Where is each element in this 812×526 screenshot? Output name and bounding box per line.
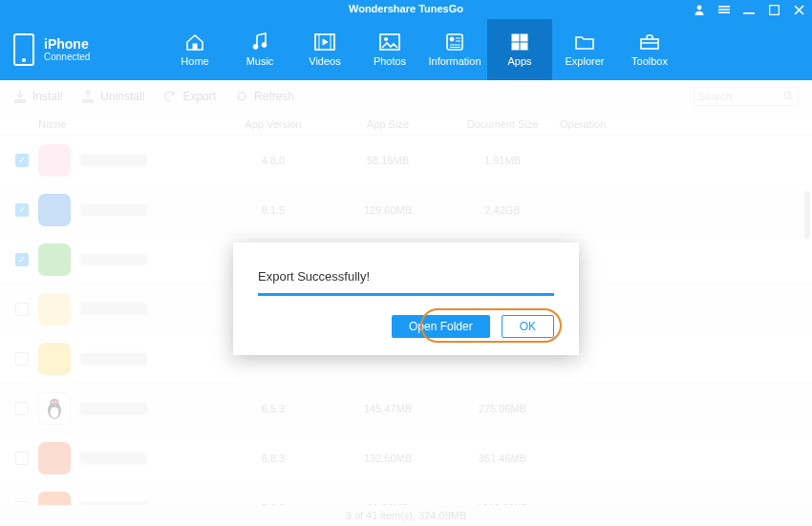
app-icon <box>38 343 71 375</box>
cell-size: 145.47MB <box>331 403 445 414</box>
row-checkbox[interactable]: ✓ <box>15 203 29 217</box>
title-bar: Wondershare TunesGo <box>0 0 812 19</box>
table-header: Name App Version App Size Document Size … <box>0 113 812 136</box>
tab-home[interactable]: Home <box>162 19 227 80</box>
svg-point-23 <box>51 407 59 418</box>
table-row[interactable]: 6.5.3 145.47MB 275.06MB <box>0 384 812 433</box>
svg-point-26 <box>55 401 57 403</box>
nav-bar: iPhone Connected HomeMusicVideosPhotosIn… <box>0 19 812 80</box>
app-name <box>80 353 147 365</box>
svg-point-15 <box>450 37 454 41</box>
device-panel[interactable]: iPhone Connected <box>0 19 143 80</box>
col-docsize: Document Size <box>445 118 560 130</box>
uninstall-button[interactable]: Uninstall <box>81 90 144 103</box>
row-checkbox[interactable]: ✓ <box>15 253 29 266</box>
table-row[interactable]: ✓ 4.8.0 58.16MB 1.91MB <box>0 136 812 185</box>
cell-version: 6.8.3 <box>216 452 331 464</box>
phone-icon <box>13 33 34 66</box>
home-icon <box>183 32 206 52</box>
col-name: Name <box>34 118 216 130</box>
tab-music[interactable]: Music <box>227 19 292 80</box>
svg-rect-3 <box>718 11 730 13</box>
app-title: Wondershare TunesGo <box>0 3 812 14</box>
tab-information[interactable]: Information <box>422 19 487 80</box>
svg-point-25 <box>52 401 53 403</box>
progress-bar <box>258 293 554 296</box>
svg-rect-18 <box>512 43 519 50</box>
col-version: App Version <box>216 118 331 130</box>
svg-rect-4 <box>743 12 755 14</box>
toolbox-icon <box>638 32 661 52</box>
videos-icon <box>313 32 336 52</box>
app-icon <box>38 144 71 177</box>
svg-rect-17 <box>521 34 527 41</box>
photos-icon <box>378 32 401 52</box>
app-name <box>80 452 147 464</box>
tab-photos[interactable]: Photos <box>357 19 422 80</box>
dialog-message: Export Successfully! <box>258 269 554 284</box>
app-name <box>80 254 147 265</box>
svg-rect-5 <box>769 5 779 14</box>
close-icon[interactable] <box>793 4 804 15</box>
svg-rect-19 <box>521 43 527 50</box>
menu-icon[interactable] <box>718 4 730 15</box>
status-bar: 3 of 41 item(s), 324.09MB <box>0 505 812 526</box>
app-icon <box>38 392 71 425</box>
explorer-icon <box>573 32 596 52</box>
export-button[interactable]: Export <box>163 90 216 103</box>
cell-size: 58.16MB <box>331 155 445 166</box>
app-name <box>80 155 147 166</box>
cell-docsize: 1.91MB <box>445 155 560 166</box>
app-icon <box>38 293 71 326</box>
row-checkbox[interactable] <box>15 352 29 366</box>
install-button[interactable]: Install <box>13 90 62 103</box>
tab-explorer[interactable]: Explorer <box>552 19 617 80</box>
maximize-icon[interactable] <box>768 4 780 15</box>
open-folder-button[interactable]: Open Folder <box>392 315 490 338</box>
apps-icon <box>508 32 531 52</box>
cell-version: 6.5.3 <box>216 403 331 414</box>
row-checkbox[interactable] <box>15 452 29 465</box>
tab-apps[interactable]: Apps <box>487 19 552 80</box>
app-icon <box>38 243 71 276</box>
svg-point-21 <box>784 92 791 98</box>
tab-toolbox[interactable]: Toolbox <box>617 19 682 80</box>
app-name <box>80 403 147 414</box>
col-size: App Size <box>331 118 445 130</box>
refresh-button[interactable]: Refresh <box>235 90 294 103</box>
cell-size: 132.50MB <box>331 452 445 464</box>
svg-rect-2 <box>718 9 730 11</box>
tab-videos[interactable]: Videos <box>292 19 357 80</box>
cell-version: 8.1.5 <box>216 204 331 216</box>
row-checkbox[interactable] <box>15 402 29 415</box>
svg-point-0 <box>697 6 702 11</box>
svg-rect-6 <box>193 44 197 50</box>
cell-version: 4.8.0 <box>216 155 331 166</box>
device-name: iPhone <box>44 37 90 52</box>
table-row[interactable]: ✓ 8.1.5 129.60MB 2.42GB <box>0 185 812 235</box>
cell-docsize: 275.06MB <box>445 403 560 414</box>
user-icon[interactable] <box>694 4 705 15</box>
col-operation: Operation <box>560 118 655 130</box>
toolbar: Install Uninstall Export Refresh Search <box>0 80 812 113</box>
cell-size: 129.60MB <box>331 204 445 216</box>
row-checkbox[interactable]: ✓ <box>15 154 29 167</box>
ok-button[interactable]: OK <box>502 315 554 338</box>
table-row[interactable]: 6.8.3 132.50MB 351.46MB <box>0 433 812 483</box>
row-checkbox[interactable] <box>15 303 29 316</box>
app-name <box>80 204 147 216</box>
svg-point-8 <box>262 43 267 48</box>
minimize-icon[interactable] <box>743 4 755 15</box>
app-name <box>80 304 147 315</box>
cell-docsize: 351.46MB <box>445 452 560 464</box>
app-icon <box>38 194 71 226</box>
scrollbar-thumb[interactable] <box>804 191 810 239</box>
svg-rect-20 <box>641 39 658 49</box>
information-icon <box>443 32 466 52</box>
svg-point-13 <box>384 37 387 40</box>
search-input[interactable]: Search <box>694 87 799 106</box>
music-icon <box>248 32 271 52</box>
export-dialog: Export Successfully! Open Folder OK <box>233 242 579 355</box>
app-icon <box>38 442 71 474</box>
svg-rect-1 <box>718 6 730 8</box>
